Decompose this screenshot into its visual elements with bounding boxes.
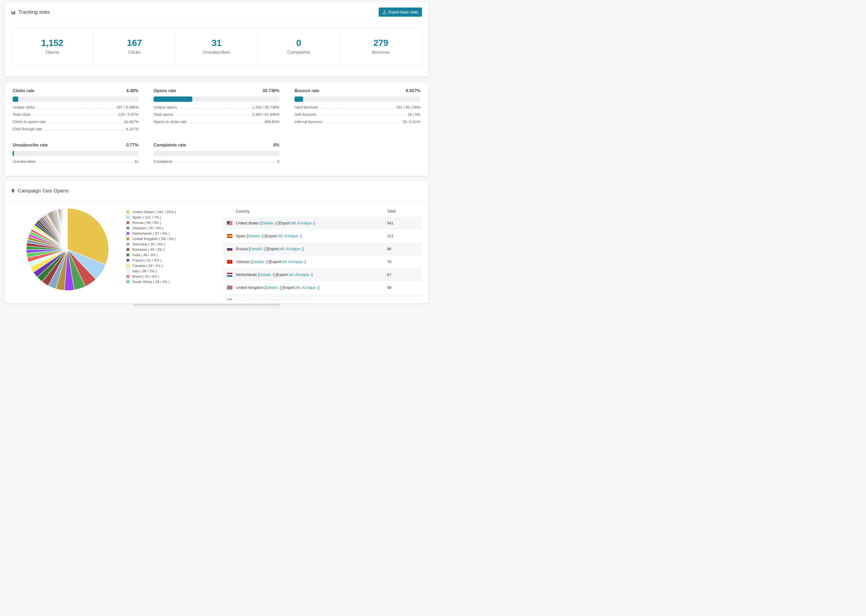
- details-link[interactable]: Details ›: [254, 298, 268, 303]
- legend-label: Netherlands ( 67 / 4% ): [132, 231, 170, 236]
- details-link[interactable]: Details ›: [248, 234, 262, 238]
- stat-label: Unsubscribes: [203, 50, 230, 55]
- country-name: Germany: [236, 298, 253, 303]
- table-row-spain: Spain [Details ›] [Export: All › / Uniqu…: [223, 229, 422, 242]
- table-row-text: ]: [302, 247, 303, 251]
- legend-swatch: [126, 253, 130, 257]
- legend-label: India ( 46 / 3% ): [132, 253, 158, 257]
- stat-value: 279: [373, 38, 388, 47]
- legend-item-romania: Romania ( 49 / 3% ): [126, 247, 223, 252]
- metric-value: 19 / 6.81%: [402, 119, 420, 124]
- progress-fill: [294, 96, 303, 102]
- metric-row-unique-clicks: Unique clicks167 / 4.456%: [13, 105, 139, 112]
- export-basic-stats-button[interactable]: Export basic stats: [379, 8, 422, 17]
- rate-title: Unsubscribe rate: [13, 143, 48, 148]
- legend-swatch: [126, 248, 130, 251]
- details-link[interactable]: Details ›: [250, 247, 264, 251]
- table-row-russia: Russia [Details ›] [Export: All › / Uniq…: [223, 242, 422, 255]
- export-all-link[interactable]: All ›: [291, 221, 298, 225]
- table-row-text: ]: [314, 221, 315, 225]
- legend-item-united-kingdom: United Kingdom ( 59 / 3% ): [126, 236, 223, 241]
- metric-row-total-opens: Total opens2,303 / 61.446%: [154, 112, 279, 119]
- details-link[interactable]: Details ›: [252, 259, 266, 264]
- legend-item-france: France ( 42 / 2% ): [126, 258, 223, 263]
- export-all-link[interactable]: All ›: [296, 285, 302, 290]
- progress-bar: [13, 96, 139, 102]
- metric-value: 167 / 4.456%: [116, 105, 139, 109]
- total-value: 121: [387, 229, 422, 242]
- export-all-link[interactable]: All ›: [282, 259, 289, 264]
- tracking-stats-card: Tracking stats Export basic stats 1,152O…: [4, 2, 429, 77]
- stat-cell-bounces: 279Bounces: [340, 28, 422, 65]
- legend-item-south-africa: South Africa ( 29 / 2% ): [126, 279, 223, 284]
- rate-title: Clicks rate: [13, 88, 35, 93]
- metric-label: Total clicks: [13, 112, 31, 117]
- export-unique-link[interactable]: Unique ›: [286, 234, 301, 238]
- export-unique-link[interactable]: Unique ›: [292, 298, 307, 303]
- table-row-text: ] [Export:: [273, 272, 289, 277]
- metric-row-unsubscribes: Unsubscribes31: [13, 159, 139, 167]
- export-unique-link[interactable]: Unique ›: [303, 285, 318, 290]
- metric-label: Total opens: [154, 112, 173, 117]
- metric-leader: [47, 123, 122, 123]
- geo-table-header-total: Total: [387, 206, 422, 217]
- legend-label: Germany ( 55 / 3% ): [132, 242, 165, 246]
- bar-chart-icon: [11, 10, 16, 14]
- legend-item-germany: Germany ( 55 / 3% ): [126, 241, 223, 247]
- export-unique-link[interactable]: Unique ›: [299, 221, 314, 225]
- metric-value: 18 / 0%: [408, 112, 420, 117]
- total-value: 79: [387, 255, 422, 268]
- export-all-link[interactable]: All ›: [280, 247, 287, 251]
- rate-panel-opens-rate: Opens rate30.736%Unique opens1,152 / 30.…: [154, 88, 279, 134]
- legend-label: Spain ( 121 / 7% ): [132, 215, 161, 219]
- export-all-link[interactable]: All ›: [284, 298, 291, 303]
- legend-label: United States ( 541 / 31% ): [132, 210, 176, 214]
- progress-bar: [13, 151, 139, 156]
- details-link[interactable]: Details ›: [261, 221, 276, 225]
- geo-table: Country Total United States [Details ›] …: [223, 206, 422, 303]
- metric-label: Unsubscribes: [13, 159, 36, 164]
- stat-cell-clicks: 167Clicks: [93, 28, 175, 65]
- stat-cell-opens: 1,152Opens: [11, 28, 93, 65]
- legend-label: Brazil ( 33 / 2% ): [132, 274, 159, 278]
- export-all-link[interactable]: All ›: [278, 234, 285, 238]
- legend-label: Vietnam ( 79 / 5% ): [132, 226, 163, 230]
- geo-opens-card: Campaign Geo Opens United States ( 541 /…: [4, 181, 429, 303]
- details-link[interactable]: Details ›: [259, 272, 273, 277]
- legend-swatch: [126, 231, 130, 236]
- details-link[interactable]: Details ›: [266, 285, 280, 290]
- stat-value: 167: [127, 38, 142, 47]
- export-unique-link[interactable]: Unique ›: [288, 247, 302, 251]
- rate-value: 30.736%: [263, 88, 279, 93]
- metric-label: Click through rate: [13, 127, 42, 131]
- metric-value: 1,152 / 30.736%: [252, 105, 279, 109]
- legend-item-netherlands: Netherlands ( 67 / 4% ): [126, 231, 223, 236]
- table-row-vietnam: Vietnam [Details ›] [Export: All › / Uni…: [223, 255, 422, 268]
- export-unique-link[interactable]: Unique ›: [297, 272, 312, 277]
- country-name: Netherlands: [236, 272, 258, 277]
- metric-value: 0: [277, 159, 279, 164]
- rate-value: 0.77%: [126, 143, 139, 148]
- stat-value: 31: [212, 38, 222, 47]
- rate-value: 0%: [273, 143, 279, 148]
- legend-label: Russia ( 86 / 5% ): [132, 221, 161, 225]
- legend-item-russia: Russia ( 86 / 5% ): [126, 220, 223, 225]
- progress-fill: [13, 151, 14, 156]
- country-name: United States: [236, 221, 260, 225]
- metric-value: 4.147%: [126, 127, 139, 131]
- export-unique-link[interactable]: Unique ›: [290, 259, 305, 264]
- legend-swatch: [126, 264, 130, 268]
- country-flag-nl: [227, 273, 232, 277]
- legend-item-brazil: Brazil ( 33 / 2% ): [126, 273, 223, 279]
- rates-card: Clicks rate4.46%Unique clicks167 / 4.456…: [4, 82, 429, 176]
- metric-leader: [324, 123, 401, 123]
- metric-value: 31: [134, 159, 139, 164]
- legend-item-vietnam: Vietnam ( 79 / 5% ): [126, 225, 223, 231]
- rates-grid: Clicks rate4.46%Unique clicks167 / 4.456…: [13, 88, 420, 167]
- export-all-link[interactable]: All ›: [289, 272, 296, 277]
- legend-swatch: [126, 226, 130, 230]
- geo-table-wrap: Country Total United States [Details ›] …: [223, 206, 422, 303]
- bottom-strip: [133, 304, 280, 308]
- page: { "accent": "#15839e", "link_color": "#2…: [0, 0, 433, 308]
- progress-bar: [154, 151, 279, 156]
